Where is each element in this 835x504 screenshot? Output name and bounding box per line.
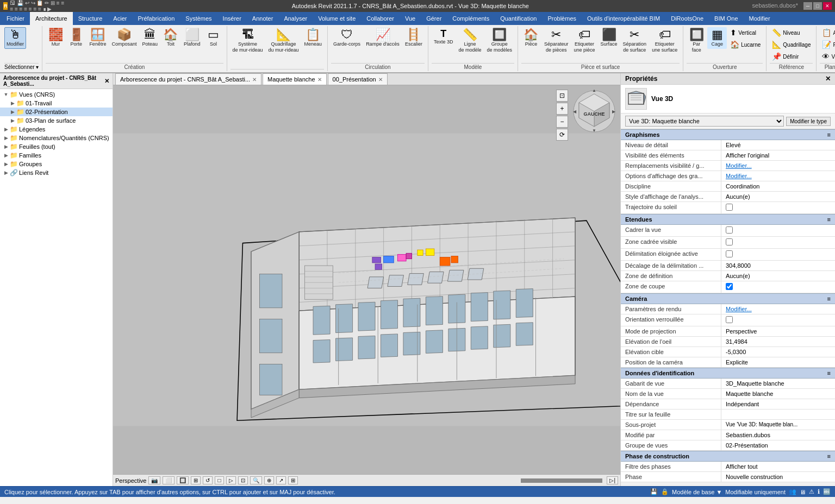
tree-item-vues[interactable]: ▼ 📁 Vues (CNRS) <box>0 90 113 99</box>
navigation-cube[interactable]: GAUCHE ▲ ▼ ◀ ▶ <box>572 90 616 133</box>
prop-row-remplacements[interactable]: Remplacements visibilité / g... Modifier… <box>621 161 835 171</box>
vp-btn-end[interactable]: ▷| <box>607 476 618 484</box>
prop-row-parametres-rendu[interactable]: Paramètres de rendu Modifier... <box>621 304 835 314</box>
tree-item-liens[interactable]: ▶ 🔗 Liens Revit <box>0 168 113 177</box>
zone-coupe-checkbox[interactable] <box>726 283 733 290</box>
etiqueter-surface-button[interactable]: 🏷 Etiqueterune surface <box>650 27 680 55</box>
tab-outils-interop[interactable]: Outils d'interopérabilité BIM <box>582 12 665 25</box>
zoom-in-button[interactable]: + <box>556 103 568 115</box>
prop-row-options-affichage[interactable]: Options d'affichage des gra... Modifier.… <box>621 171 835 181</box>
prop-section-graphismes[interactable]: Graphismes ≡ <box>621 129 835 140</box>
zone-cadree-checkbox[interactable] <box>726 238 733 245</box>
tab-annoter[interactable]: Annoter <box>247 12 279 25</box>
tree-item-plan-surface[interactable]: ▶ 📁 03-Plan de surface <box>0 116 113 125</box>
prop-row-zone-coupe[interactable]: Zone de coupe <box>621 281 835 293</box>
tree-item-familles[interactable]: ▶ 📁 Familles <box>0 151 113 160</box>
vp-btn-view6[interactable]: ↗ <box>276 476 286 484</box>
prop-row-zone-cadree[interactable]: Zone cadrée visible <box>621 237 835 249</box>
tab-volume-site[interactable]: Volume et site <box>313 12 361 25</box>
piece-button[interactable]: 🏠 Pièce <box>521 27 541 49</box>
window-controls[interactable]: sebastien.dubos* ─ □ ✕ <box>752 2 832 10</box>
tab-acier[interactable]: Acier <box>108 12 132 25</box>
visionneuse-button[interactable]: 👁 Visionneuse <box>820 51 835 62</box>
tree-item-presentation[interactable]: ▶ 📁 02-Présentation <box>0 108 113 116</box>
vp-btn-rotate[interactable]: ↺ <box>203 476 213 484</box>
composant-button[interactable]: 📦 Composant <box>109 27 139 49</box>
definir-button[interactable]: 📌 Définir <box>770 51 813 62</box>
tab-bim-one[interactable]: BIM One <box>709 12 743 25</box>
par-face-button[interactable]: 🔲 Parface <box>687 27 706 55</box>
vp-btn-view5[interactable]: ⊕ <box>264 476 274 484</box>
vertical-button[interactable]: ⬆ Vertical <box>728 27 763 38</box>
vp-btn-display1[interactable]: ⬜ <box>163 476 175 484</box>
fenetre-button[interactable]: 🪟 Fenêtre <box>87 27 108 49</box>
groupe-modeles-button[interactable]: 🔲 Groupede modèles <box>484 27 514 55</box>
tab-maquette-close[interactable]: ✕ <box>317 77 322 83</box>
tab-project-tree[interactable]: Arborescence du projet - CNRS_Bât A_Seba… <box>115 73 261 85</box>
vp-btn-display3[interactable]: ⊞ <box>191 476 201 484</box>
porte-button[interactable]: 🚪 Porte <box>66 27 86 49</box>
meneau-button[interactable]: 📋 Meneau <box>302 27 325 49</box>
separation-surface-button[interactable]: ✂ Séparationde surface <box>621 27 649 55</box>
ligne-modele-button[interactable]: 📏 Lignede modèle <box>456 27 483 55</box>
vp-btn-display2[interactable]: 🔲 <box>177 476 189 484</box>
vp-btn-view3[interactable]: ⊡ <box>238 476 248 484</box>
cage-button[interactable]: ▦ Cage <box>707 27 727 49</box>
tab-analyser[interactable]: Analyser <box>278 12 313 25</box>
prop-row-delimitation-active[interactable]: Délimitation éloignée active <box>621 249 835 261</box>
project-tree-close[interactable]: ✕ <box>104 78 109 85</box>
view-cube-button[interactable]: ⟳ <box>556 129 568 141</box>
tab-systemes[interactable]: Systèmes <box>180 12 217 25</box>
poteau-button[interactable]: 🏛 Poteau <box>140 27 160 49</box>
cadrer-vue-checkbox[interactable] <box>726 226 733 234</box>
tab-project-tree-close[interactable]: ✕ <box>252 77 257 83</box>
rampe-button[interactable]: 📈 Rampe d'accès <box>364 27 402 49</box>
tab-architecture[interactable]: Architecture <box>30 12 73 25</box>
sol-button[interactable]: ▭ Sol <box>204 27 223 49</box>
maximize-button[interactable]: □ <box>813 2 822 10</box>
garde-corps-button[interactable]: 🛡 Garde-corps <box>331 27 363 49</box>
tree-item-groupes[interactable]: ▶ 📁 Groupes <box>0 160 113 168</box>
tree-item-feuilles[interactable]: ▶ 📁 Feuilles (tout) <box>0 142 113 151</box>
tab-structure[interactable]: Structure <box>73 12 108 25</box>
tree-item-nomenclatures[interactable]: ▶ 📁 Nomenclatures/Quantités (CNRS) <box>0 134 113 142</box>
properties-collapse[interactable]: ✕ <box>825 75 831 83</box>
prop-section-identification[interactable]: Données d'identification ≡ <box>621 368 835 379</box>
quadrillage-button[interactable]: 📐 Quadrillage <box>770 39 813 50</box>
separateur-pieces-button[interactable]: ✂ Séparateurde pièces <box>542 27 571 55</box>
close-button[interactable]: ✕ <box>823 2 832 10</box>
vp-btn-view7[interactable]: ⊞ <box>288 476 298 484</box>
zoom-fit-button[interactable]: ⊡ <box>556 90 568 102</box>
lucarne-button[interactable]: 🏠 Lucarne <box>728 39 763 50</box>
tab-vue[interactable]: Vue <box>400 12 421 25</box>
delimitation-active-checkbox[interactable] <box>726 250 733 257</box>
prop-row-orientation[interactable]: Orientation verrouillée <box>621 314 835 326</box>
quadrillage-mur-button[interactable]: 📐 Quadrillagedu mur-rideau <box>266 27 301 55</box>
vp-btn-view4[interactable]: 🔍 <box>250 476 262 484</box>
etiqueter-piece-button[interactable]: 🏷 Etiqueterune pièce <box>572 27 597 55</box>
selectionner-button[interactable]: Sélectionner ▾ <box>4 64 39 70</box>
vp-btn-view2[interactable]: ▷ <box>226 476 236 484</box>
toit-button[interactable]: 🏠 Toit <box>161 27 180 49</box>
mur-button[interactable]: 🧱 Mur <box>46 27 65 49</box>
tab-maquette[interactable]: Maquette blanche ✕ <box>263 73 326 85</box>
systeme-mur-rideau-button[interactable]: 🏗 Systèmede mur-rideau <box>230 27 265 55</box>
tab-complements[interactable]: Compléments <box>447 12 495 25</box>
plan-reference-button[interactable]: 📝 Plan de référence <box>820 39 835 50</box>
view-selector[interactable]: Vue 3D: Maquette blanche <box>625 116 784 127</box>
prop-section-camera[interactable]: Caméra ≡ <box>621 293 835 304</box>
zoom-out-button[interactable]: − <box>556 116 568 128</box>
modifier-button[interactable]: 🖱 Modifier <box>4 27 26 49</box>
orientation-checkbox[interactable] <box>726 316 733 323</box>
minimize-button[interactable]: ─ <box>803 2 812 10</box>
plafond-button[interactable]: ⬜ Plafond <box>182 27 203 49</box>
tab-gerer[interactable]: Gérer <box>421 12 447 25</box>
prop-row-trajectoire-soleil[interactable]: Trajectoire du soleil <box>621 202 835 214</box>
tab-problemes[interactable]: Problèmes <box>542 12 582 25</box>
tab-modifier[interactable]: Modifier <box>744 12 776 25</box>
tab-collaborer[interactable]: Collaborer <box>361 12 400 25</box>
escalier-button[interactable]: 🪜 Escalier <box>403 27 425 49</box>
tab-00-presentation[interactable]: 00_Présentation ✕ <box>328 73 388 85</box>
tab-fichier[interactable]: Fichier <box>1 12 30 25</box>
viewport-scrollbar[interactable] <box>521 478 602 483</box>
